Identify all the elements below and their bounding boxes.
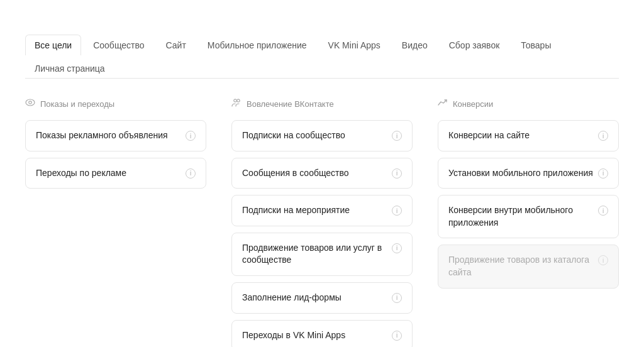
- card-miniapps[interactable]: Переходы в VK Mini Appsi: [231, 320, 413, 347]
- tab-goods[interactable]: Товары: [511, 35, 560, 55]
- column-header-label-conversions: Конверсии: [453, 99, 493, 109]
- info-icon-lead-form[interactable]: i: [392, 293, 402, 303]
- info-icon-ad-clicks[interactable]: i: [186, 168, 196, 179]
- info-icon-site-conversions[interactable]: i: [598, 131, 608, 141]
- column-impressions: Показы и переходыПоказы рекламного объяв…: [25, 97, 206, 347]
- card-label-lead-form: Заполнение лид-формы: [242, 292, 341, 304]
- column-engagement: Вовлечение ВКонтактеПодписки на сообщест…: [231, 97, 413, 347]
- card-label-app-installs: Установки мобильного приложения: [448, 167, 593, 180]
- column-header-engagement: Вовлечение ВКонтакте: [231, 97, 413, 110]
- card-community-subs[interactable]: Подписки на сообществоi: [231, 120, 413, 151]
- card-catalog-promo: Продвижение товаров из каталога сайтаi: [438, 245, 619, 288]
- tab-leads[interactable]: Сбор заявок: [440, 35, 509, 55]
- column-conversions: КонверсииКонверсии на сайтеiУстановки мо…: [438, 97, 619, 347]
- svg-point-2: [234, 99, 236, 102]
- goal-columns: Показы и переходыПоказы рекламного объяв…: [25, 97, 619, 347]
- card-label-miniapps: Переходы в VK Mini Apps: [242, 329, 345, 342]
- tab-all[interactable]: Все цели: [25, 35, 81, 55]
- card-site-conversions[interactable]: Конверсии на сайтеi: [438, 120, 619, 151]
- card-event-subs[interactable]: Подписки на мероприятиеi: [231, 195, 413, 226]
- svg-point-0: [26, 99, 35, 106]
- conversions-header-icon: [438, 97, 448, 110]
- card-goods-promo[interactable]: Продвижение товаров или услуг в сообщест…: [231, 233, 413, 276]
- column-header-label-engagement: Вовлечение ВКонтакте: [247, 99, 334, 109]
- info-icon-event-subs[interactable]: i: [392, 206, 402, 216]
- card-label-catalog-promo: Продвижение товаров из каталога сайта: [448, 254, 593, 278]
- info-icon-goods-promo[interactable]: i: [392, 243, 402, 253]
- card-app-installs[interactable]: Установки мобильного приложенияi: [438, 158, 619, 189]
- tab-site[interactable]: Сайт: [157, 35, 196, 55]
- tab-vkminiapps[interactable]: VK Mini Apps: [319, 35, 390, 55]
- tab-mobile[interactable]: Мобильное приложение: [198, 35, 316, 55]
- card-ad-impressions[interactable]: Показы рекламного объявленияi: [25, 120, 206, 151]
- svg-point-3: [237, 99, 240, 102]
- card-community-messages[interactable]: Сообщения в сообществоi: [231, 158, 413, 189]
- tab-community[interactable]: Сообщество: [84, 35, 153, 55]
- tabs-bar: Все целиСообществоСайтМобильное приложен…: [25, 34, 619, 79]
- card-app-conversions[interactable]: Конверсии внутри мобильного приложенияi: [438, 195, 619, 238]
- info-icon-ad-impressions[interactable]: i: [186, 131, 196, 141]
- card-ad-clicks[interactable]: Переходы по рекламеi: [25, 158, 206, 189]
- column-header-impressions: Показы и переходы: [25, 97, 206, 110]
- card-label-goods-promo: Продвижение товаров или услуг в сообщест…: [242, 242, 387, 267]
- info-icon-community-messages[interactable]: i: [392, 168, 402, 179]
- tab-profile[interactable]: Личная страница: [25, 58, 114, 79]
- info-icon-miniapps[interactable]: i: [392, 331, 402, 341]
- svg-point-1: [29, 101, 31, 104]
- card-label-app-conversions: Конверсии внутри мобильного приложения: [448, 204, 593, 229]
- info-icon-app-installs[interactable]: i: [598, 168, 608, 179]
- card-label-event-subs: Подписки на мероприятие: [242, 204, 350, 217]
- column-header-conversions: Конверсии: [438, 97, 619, 110]
- page-container: Все целиСообществоСайтМобильное приложен…: [0, 0, 644, 347]
- column-header-label-impressions: Показы и переходы: [40, 99, 114, 109]
- card-label-community-subs: Подписки на сообщество: [242, 129, 345, 142]
- card-label-ad-clicks: Переходы по рекламе: [36, 167, 126, 180]
- info-icon-community-subs[interactable]: i: [392, 131, 402, 141]
- card-lead-form[interactable]: Заполнение лид-формыi: [231, 282, 413, 314]
- card-label-site-conversions: Конверсии на сайте: [448, 129, 530, 142]
- card-label-community-messages: Сообщения в сообщество: [242, 167, 349, 180]
- info-icon-app-conversions[interactable]: i: [598, 206, 608, 216]
- card-label-ad-impressions: Показы рекламного объявления: [36, 129, 168, 142]
- info-icon-catalog-promo: i: [598, 255, 608, 265]
- tab-video[interactable]: Видео: [392, 35, 437, 55]
- impressions-header-icon: [25, 97, 35, 110]
- engagement-header-icon: [231, 97, 242, 110]
